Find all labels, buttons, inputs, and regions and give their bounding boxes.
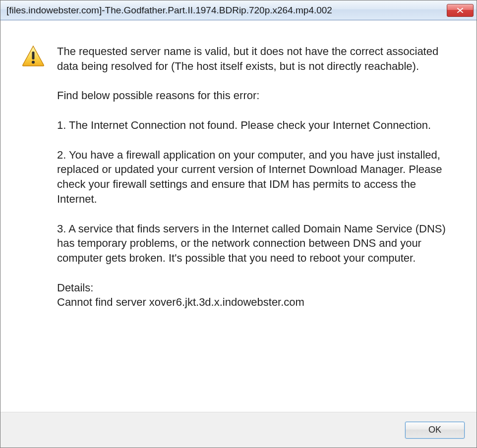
message-paragraph: The requested server name is valid, but … <box>57 44 458 73</box>
close-button[interactable] <box>447 4 474 17</box>
message-reason-2: 2. You have a firewall application on yo… <box>57 148 458 207</box>
svg-rect-0 <box>32 52 35 59</box>
message-reason-3: 3. A service that finds servers in the I… <box>57 222 458 266</box>
message-reason-1: 1. The Internet Connection not found. Pl… <box>57 118 458 133</box>
message-paragraph: Find below possible reasons for this err… <box>57 88 458 103</box>
message-text: The requested server name is valid, but … <box>57 44 458 397</box>
svg-point-1 <box>32 61 35 64</box>
message-details: Details: Cannot find server xover6.jkt.3… <box>57 280 458 310</box>
titlebar: [files.indowebster.com]-The.Godfather.Pa… <box>0 0 477 20</box>
details-label: Details: <box>57 280 458 295</box>
error-dialog: [files.indowebster.com]-The.Godfather.Pa… <box>0 0 477 448</box>
ok-button[interactable]: OK <box>405 422 465 439</box>
button-bar: OK <box>0 412 477 448</box>
warning-icon <box>21 60 45 68</box>
content-area: The requested server name is valid, but … <box>0 20 477 412</box>
close-icon <box>456 6 464 15</box>
details-value: Cannot find server xover6.jkt.3d.x.indow… <box>57 295 458 310</box>
window-title: [files.indowebster.com]-The.Godfather.Pa… <box>6 5 447 16</box>
icon-column <box>21 44 57 397</box>
